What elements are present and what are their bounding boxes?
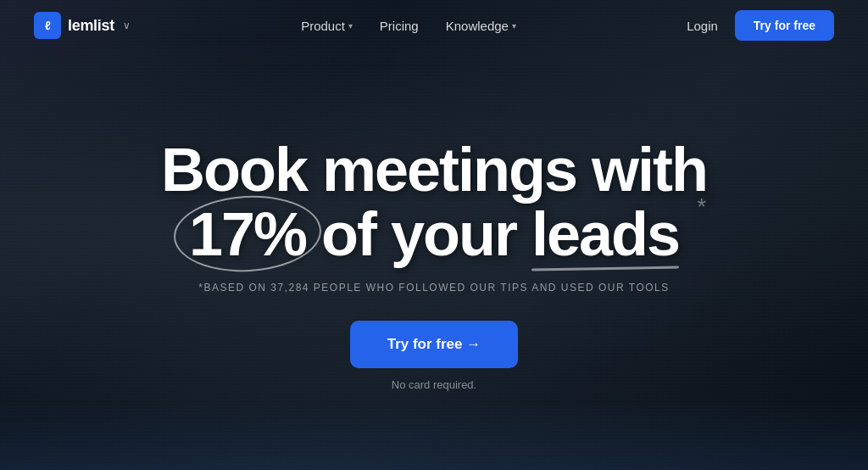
- headline-17-circled: 17%: [189, 203, 306, 267]
- product-chevron-icon: ▾: [348, 21, 353, 31]
- headline-line1: Book meetings with: [161, 136, 707, 204]
- logo-chevron-icon: ∨: [123, 20, 131, 31]
- nav-center: Product ▾ Pricing Knowledge ▾: [301, 19, 516, 33]
- logo-area: ℓ lemlist ∨: [34, 12, 131, 39]
- nav-pricing[interactable]: Pricing: [380, 19, 419, 33]
- login-button[interactable]: Login: [687, 19, 718, 33]
- headline-leads-underlined: leads: [531, 203, 679, 267]
- knowledge-chevron-icon: ▾: [512, 21, 516, 31]
- logo-icon: ℓ: [34, 12, 61, 39]
- asterisk-decoration: *: [697, 194, 704, 219]
- headline-of: of your: [321, 200, 531, 268]
- navbar: ℓ lemlist ∨ Product ▾ Pricing Knowledge …: [0, 0, 868, 51]
- nav-product[interactable]: Product ▾: [301, 19, 353, 33]
- try-free-nav-button[interactable]: Try for free: [735, 10, 834, 41]
- hero-section: Book meetings with 17% of your leads * *…: [0, 51, 868, 470]
- no-card-text: No card required.: [392, 378, 476, 391]
- try-free-hero-button[interactable]: Try for free →: [350, 321, 519, 368]
- headline-line2: 17% of your leads *: [189, 203, 679, 267]
- hero-subtext: *Based on 37,284 people who followed our…: [198, 282, 669, 294]
- logo-text: lemlist: [68, 17, 114, 35]
- nav-right: Login Try for free: [687, 10, 834, 41]
- hero-headline: Book meetings with 17% of your leads *: [161, 138, 707, 266]
- nav-knowledge[interactable]: Knowledge ▾: [446, 19, 516, 33]
